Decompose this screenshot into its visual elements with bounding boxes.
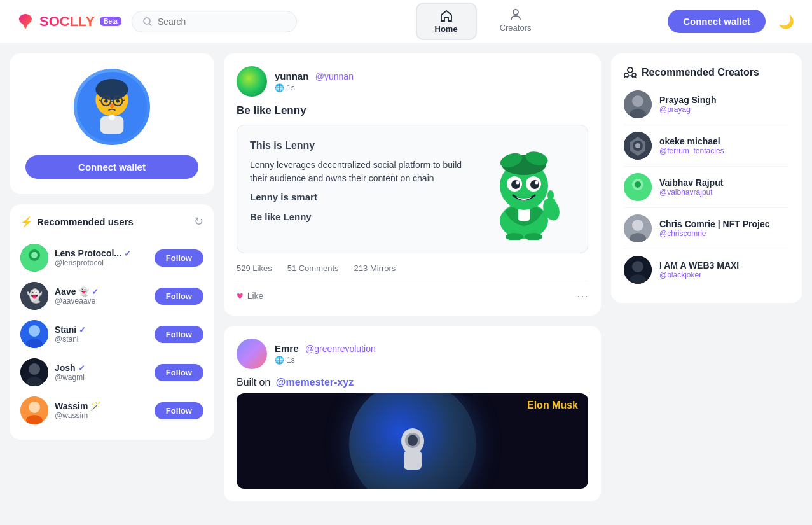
svg-point-67 <box>632 261 643 272</box>
lenny-svg <box>476 138 572 240</box>
user-handle-josh: @wagmi <box>55 373 148 382</box>
svg-point-54 <box>632 95 643 107</box>
post-avatar-emre <box>237 339 267 369</box>
built-on-text: Built on @memester-xyz <box>237 377 588 388</box>
wassim-avatar-icon <box>20 396 48 424</box>
connect-wallet-sidebar-button[interactable]: Connect wallet <box>25 155 198 179</box>
post-stats-1: 529 Likes 51 Comments 213 Mirrors <box>237 263 588 273</box>
svg-point-12 <box>110 104 114 108</box>
lenny-character-image <box>473 138 575 240</box>
astronaut-svg <box>394 425 432 476</box>
tab-home[interactable]: Home <box>416 3 477 40</box>
user-handle-lensprotocol: @lensprotocol <box>55 258 148 267</box>
right-sidebar: Recommended Creators Prayag Singh @praya… <box>611 53 802 501</box>
search-input[interactable] <box>158 17 286 27</box>
follow-button-aave[interactable]: Follow <box>155 288 203 305</box>
lens-avatar-icon <box>20 244 48 272</box>
earth-scene-image: Elon Musk <box>237 393 588 489</box>
creator-item-vaibhav: Vaibhav Rajput @vaibhavrajput <box>624 167 789 208</box>
verified-icon-2: ✓ <box>79 325 86 335</box>
nav-tabs: Home Creators <box>416 3 549 40</box>
follow-button-wassim[interactable]: Follow <box>155 402 203 419</box>
user-info-wassim: Wassim 🪄 @wassim <box>55 401 148 420</box>
svg-point-17 <box>31 252 38 258</box>
svg-point-1 <box>513 10 518 15</box>
logo-area: SOCLLY Beta <box>15 11 121 32</box>
user-avatar-josh <box>20 358 48 386</box>
creator-item-okeke: okeke michael @ferrum_tentacles <box>624 125 789 167</box>
creator-info-maxi: I AM A WEB3 MAXI @blackjoker <box>659 260 739 279</box>
user-info-josh: Josh ✓ @wagmi <box>55 363 148 382</box>
post-time-yunnan: 🌐 1s <box>275 83 354 92</box>
verified-icon-3: ✓ <box>78 363 85 373</box>
creator-name-prayag: Prayag Singh <box>659 95 716 105</box>
follow-button-lensprotocol[interactable]: Follow <box>155 249 203 267</box>
creator-item-maxi: I AM A WEB3 MAXI @blackjoker <box>624 249 789 290</box>
header: SOCLLY Beta Home Creators Connect wallet… <box>0 0 812 43</box>
feed: yunnan @yunnan 🌐 1s Be like Lenny This i… <box>224 53 601 501</box>
connect-wallet-header-button[interactable]: Connect wallet <box>668 10 766 33</box>
list-item: Josh ✓ @wagmi Follow <box>20 353 203 391</box>
more-options-button-1[interactable]: ⋯ <box>577 289 588 303</box>
home-icon <box>439 9 453 23</box>
post-card-1: yunnan @yunnan 🌐 1s Be like Lenny This i… <box>224 53 601 316</box>
creator-handle-chris: @chriscomrie <box>659 229 770 238</box>
recommended-creators-card: Recommended Creators Prayag Singh @praya… <box>611 53 802 303</box>
svg-point-37 <box>535 181 539 185</box>
lightning-icon: ⚡ <box>20 216 33 228</box>
creator-avatar-prayag <box>624 90 652 118</box>
refresh-button[interactable]: ↻ <box>194 214 203 228</box>
user-name-wassim: Wassim 🪄 <box>55 401 148 411</box>
post-username-yunnan: yunnan @yunnan <box>275 71 354 82</box>
user-avatar-aave: 👻 <box>20 282 48 310</box>
tab-creators[interactable]: Creators <box>482 3 549 40</box>
josh-avatar-icon <box>20 358 48 386</box>
beta-badge: Beta <box>100 17 121 26</box>
recommended-users-header: ⚡ Recommended users ↻ <box>20 214 203 228</box>
stani-avatar-icon <box>20 320 48 348</box>
search-bar[interactable] <box>132 11 297 32</box>
creator-name-okeke: okeke michael <box>659 136 724 146</box>
creator-avatar-vaibhav <box>624 173 652 201</box>
heart-icon: ♥ <box>237 290 244 303</box>
user-handle-wassim: @wassim <box>55 411 148 420</box>
svg-point-10 <box>104 99 108 103</box>
lenny-desc: Lenny leverages decentralized social pla… <box>250 158 463 185</box>
svg-point-50 <box>628 67 633 73</box>
creators-section-title: Recommended Creators <box>624 66 789 79</box>
post-card-2: Emre @greenrevolution 🌐 1s Built on @mem… <box>224 326 601 501</box>
creator-name-chris: Chris Comrie | NFT Projec <box>659 219 770 229</box>
vaibhav-avatar-svg <box>624 173 652 201</box>
like-button-1[interactable]: ♥ Like <box>237 290 263 303</box>
svg-rect-47 <box>404 451 422 470</box>
svg-point-64 <box>632 220 643 231</box>
creator-avatar-okeke <box>624 132 652 160</box>
user-avatar-wassim <box>20 396 48 424</box>
dark-mode-toggle[interactable]: 🌙 <box>776 11 797 32</box>
post-user-info-yunnan: yunnan @yunnan 🌐 1s <box>275 71 354 92</box>
user-info-aave: Aave 👻 ✓ @aaveaave <box>55 286 148 305</box>
creator-item-prayag: Prayag Singh @prayag <box>624 84 789 125</box>
user-handle-aave: @aaveaave <box>55 297 148 305</box>
user-name-aave: Aave 👻 ✓ <box>55 286 148 297</box>
verified-icon-0: ✓ <box>124 249 131 258</box>
mirrors-count: 213 Mirrors <box>354 263 396 273</box>
creator-info-chris: Chris Comrie | NFT Projec @chriscomrie <box>659 219 770 238</box>
elon-musk-text: Elon Musk <box>527 400 578 411</box>
svg-text:👻: 👻 <box>27 288 43 304</box>
like-label: Like <box>247 291 264 301</box>
follow-button-josh[interactable]: Follow <box>155 364 203 381</box>
user-avatar-stani <box>20 320 48 348</box>
svg-point-36 <box>516 181 520 185</box>
svg-point-62 <box>635 181 641 188</box>
verified-icon-1: ✓ <box>92 287 99 297</box>
post-actions-1: ♥ Like ⋯ <box>237 281 588 303</box>
creator-avatar-chris <box>624 214 652 242</box>
logo-text: SOCLLY <box>39 13 95 30</box>
lenny-intro: This is Lenny <box>250 138 463 153</box>
chris-avatar-svg <box>624 214 652 242</box>
svg-point-14 <box>109 115 114 120</box>
creator-name-maxi: I AM A WEB3 MAXI <box>659 260 739 270</box>
follow-button-stani[interactable]: Follow <box>155 326 203 343</box>
user-avatar-lensprotocol <box>20 244 48 272</box>
